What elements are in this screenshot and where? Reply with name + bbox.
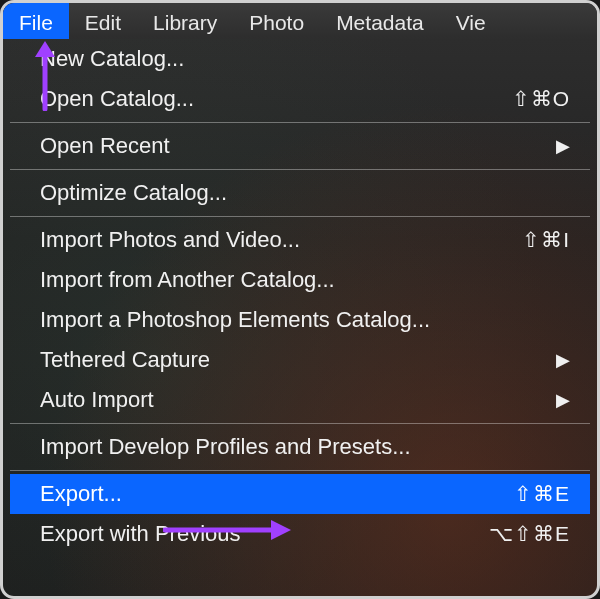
menubar: File Edit Library Photo Metadata Vie bbox=[3, 3, 597, 39]
submenu-chevron-icon: ▶ bbox=[542, 386, 570, 414]
menu-item-label: Open Recent bbox=[40, 132, 542, 160]
menu-item-label: Export with Previous bbox=[40, 520, 475, 548]
menu-item-export[interactable]: Export... ⇧⌘E bbox=[10, 474, 590, 514]
menu-separator bbox=[10, 423, 590, 424]
menu-item-new-catalog[interactable]: New Catalog... bbox=[10, 39, 590, 79]
menubar-label: File bbox=[19, 11, 53, 34]
menu-item-label: New Catalog... bbox=[40, 45, 570, 73]
menu-item-label: Import Photos and Video... bbox=[40, 226, 508, 254]
menu-item-tethered-capture[interactable]: Tethered Capture ▶ bbox=[10, 340, 590, 380]
menu-item-import-photos-video[interactable]: Import Photos and Video... ⇧⌘I bbox=[10, 220, 590, 260]
menu-item-label: Import Develop Profiles and Presets... bbox=[40, 433, 570, 461]
menu-item-label: Import a Photoshop Elements Catalog... bbox=[40, 306, 570, 334]
menu-separator bbox=[10, 122, 590, 123]
submenu-chevron-icon: ▶ bbox=[542, 346, 570, 374]
menu-item-import-develop-profiles[interactable]: Import Develop Profiles and Presets... bbox=[10, 427, 590, 467]
menu-separator bbox=[10, 470, 590, 471]
menu-item-shortcut: ⇧⌘O bbox=[498, 85, 570, 113]
menu-item-shortcut: ⌥⇧⌘E bbox=[475, 520, 570, 548]
file-menu-dropdown: New Catalog... Open Catalog... ⇧⌘O Open … bbox=[10, 39, 590, 554]
menu-item-shortcut: ⇧⌘I bbox=[508, 226, 570, 254]
menu-item-export-with-previous[interactable]: Export with Previous ⌥⇧⌘E bbox=[10, 514, 590, 554]
menu-item-open-recent[interactable]: Open Recent ▶ bbox=[10, 126, 590, 166]
menubar-item-photo[interactable]: Photo bbox=[233, 3, 320, 39]
menubar-item-edit[interactable]: Edit bbox=[69, 3, 137, 39]
app-window: File Edit Library Photo Metadata Vie New… bbox=[0, 0, 600, 599]
menubar-label: Photo bbox=[249, 11, 304, 34]
menubar-label: Library bbox=[153, 11, 217, 34]
menu-item-import-from-catalog[interactable]: Import from Another Catalog... bbox=[10, 260, 590, 300]
menubar-item-file[interactable]: File bbox=[3, 3, 69, 39]
menubar-label: Edit bbox=[85, 11, 121, 34]
menubar-label: Metadata bbox=[336, 11, 424, 34]
menubar-item-view[interactable]: Vie bbox=[440, 3, 502, 39]
menu-item-auto-import[interactable]: Auto Import ▶ bbox=[10, 380, 590, 420]
menu-item-label: Import from Another Catalog... bbox=[40, 266, 570, 294]
menu-item-import-pse-catalog[interactable]: Import a Photoshop Elements Catalog... bbox=[10, 300, 590, 340]
menubar-label: Vie bbox=[456, 11, 486, 34]
menu-item-label: Open Catalog... bbox=[40, 85, 498, 113]
menu-item-label: Auto Import bbox=[40, 386, 542, 414]
menubar-item-library[interactable]: Library bbox=[137, 3, 233, 39]
menu-separator bbox=[10, 216, 590, 217]
menu-item-label: Optimize Catalog... bbox=[40, 179, 570, 207]
menubar-item-metadata[interactable]: Metadata bbox=[320, 3, 440, 39]
menu-item-label: Tethered Capture bbox=[40, 346, 542, 374]
menu-item-open-catalog[interactable]: Open Catalog... ⇧⌘O bbox=[10, 79, 590, 119]
submenu-chevron-icon: ▶ bbox=[542, 132, 570, 160]
menu-item-label: Export... bbox=[40, 480, 500, 508]
menu-item-optimize-catalog[interactable]: Optimize Catalog... bbox=[10, 173, 590, 213]
menu-separator bbox=[10, 169, 590, 170]
menu-item-shortcut: ⇧⌘E bbox=[500, 480, 570, 508]
